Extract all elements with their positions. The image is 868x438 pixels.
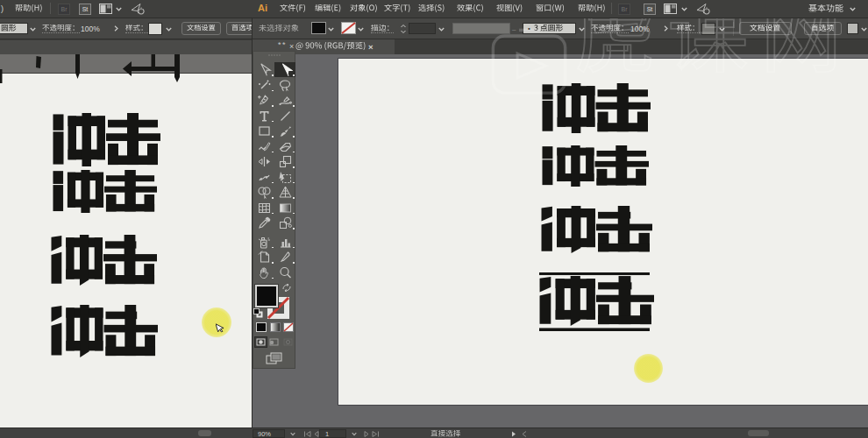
opacity-label[interactable]: 不透明度： (591, 25, 629, 34)
zoom-level-select[interactable]: 90% (253, 429, 285, 438)
free-transform-tool[interactable]: 自由变换工具 (274, 170, 295, 185)
perspective-grid-tool[interactable]: 透视网格工具 (274, 185, 295, 200)
bridge-icon[interactable]: Br (58, 4, 70, 15)
first-artboard-icon[interactable] (303, 431, 311, 437)
menu-item-window-fragment[interactable]: ) (1, 4, 4, 13)
illustrator-logo[interactable]: Ai (258, 3, 267, 13)
workspace-layout-icon[interactable] (664, 4, 677, 14)
shaper-tool[interactable]: Shaper 工具 (253, 139, 274, 154)
line-segment-tool[interactable]: 直线段工具 (274, 109, 295, 124)
bridge-icon[interactable]: Br (618, 4, 630, 15)
magic-wand-tool[interactable]: 魔棒工具 (253, 78, 274, 93)
partial-artwork-text[interactable] (0, 54, 252, 89)
workspace-layout-icon[interactable] (99, 4, 112, 14)
tab-close-icon[interactable]: × (368, 42, 374, 52)
fill-color-swatch[interactable] (311, 22, 326, 34)
none-mode-button[interactable] (283, 322, 294, 332)
column-graph-tool[interactable]: 柱形图工具 (274, 235, 295, 250)
next-artboard-icon[interactable] (364, 431, 369, 437)
chevron-down-icon[interactable] (861, 27, 867, 32)
draw-inside-mode-button[interactable] (281, 336, 295, 348)
width-tool[interactable]: 宽度工具 (253, 154, 274, 169)
artwork-text-1[interactable] (53, 113, 160, 166)
gradient-mode-button[interactable] (270, 322, 281, 332)
workspace-switcher[interactable]: 基本功能 (808, 4, 843, 13)
selection-tool[interactable]: 选择工具 (253, 62, 274, 77)
mesh-tool[interactable]: 网格工具 (253, 201, 274, 215)
artwork-text-3[interactable] (51, 235, 157, 286)
menu-item-object[interactable]: 对象(O) (350, 4, 378, 12)
draw-normal-mode-button[interactable] (254, 336, 267, 348)
sync-share-icon[interactable] (131, 3, 145, 15)
tab-close-icon[interactable]: × (289, 42, 294, 51)
left-document-canvas[interactable]: 冲击 冲击 冲击 冲击 冲击 (0, 54, 252, 427)
chevron-down-icon[interactable] (166, 27, 172, 32)
artwork-text-4[interactable] (51, 305, 158, 357)
chevron-down-icon[interactable] (681, 7, 687, 11)
artboard-tool[interactable]: 画板工具 (253, 250, 274, 265)
artwork-text-2[interactable] (53, 170, 157, 213)
chevron-down-icon[interactable] (850, 7, 856, 11)
extra-swatch[interactable] (847, 23, 858, 34)
panel-grip[interactable] (268, 54, 281, 56)
stroke-label[interactable]: 描边： (371, 25, 394, 34)
tab-title[interactable]: @ 90% (RGB/预览) (295, 42, 366, 50)
pen-tool[interactable]: 钢笔工具 (253, 93, 274, 108)
paintbrush-tool[interactable]: 画笔工具 (274, 124, 295, 138)
eraser-tool[interactable]: 橡皮擦工具 (274, 139, 295, 154)
artwork-text-3[interactable] (541, 206, 652, 253)
stroke-color-swatch[interactable] (341, 22, 356, 34)
blend-tool[interactable]: 混合工具 (274, 215, 295, 230)
stroke-weight-input[interactable] (409, 23, 436, 34)
horizontal-scrollbar-thumb[interactable] (198, 430, 211, 436)
document-setup-button[interactable]: 文档设置 (739, 22, 792, 35)
menu-item-window[interactable]: 窗口(W) (536, 4, 565, 12)
menu-item-type[interactable]: 文字(T) (384, 4, 410, 12)
fill-swatch[interactable] (255, 285, 278, 307)
document-setup-button[interactable]: 文档设置 (181, 22, 221, 35)
shape-builder-tool[interactable]: 形状生成器工具 (253, 185, 274, 200)
direct-selection-tool[interactable]: 直接选择工具 (274, 62, 295, 77)
chevron-down-icon[interactable] (352, 432, 357, 436)
chevron-down-icon[interactable] (328, 27, 334, 32)
hand-tool[interactable]: 抓手工具 (253, 265, 274, 280)
stock-icon[interactable]: St (79, 4, 91, 15)
style-label[interactable]: 样式： (677, 25, 700, 34)
chevron-down-icon[interactable] (579, 27, 585, 32)
symbol-sprayer-tool[interactable]: 符号喷枪工具 (253, 235, 274, 250)
curvature-tool[interactable]: 曲率工具 (274, 93, 295, 108)
type-tool[interactable]: 文字工具 (253, 109, 274, 124)
brush-definition-select[interactable]: 圆形 (0, 23, 28, 34)
color-mode-button[interactable] (256, 322, 267, 332)
menu-item-help-left[interactable]: 帮助(H) (15, 4, 43, 12)
artwork-text-1[interactable] (542, 83, 651, 133)
sync-share-icon[interactable] (696, 3, 710, 15)
chevron-down-icon[interactable] (438, 27, 445, 32)
zoom-tool[interactable]: 缩放工具 (274, 265, 295, 280)
opacity-value[interactable]: 100% (81, 25, 100, 33)
artwork-text-2[interactable] (542, 145, 649, 187)
artwork-text-4[interactable] (539, 272, 654, 331)
menu-item-file[interactable]: 文件(F) (280, 4, 306, 12)
style-swatch[interactable] (701, 23, 715, 35)
artboard-nav-input[interactable]: 1 (319, 429, 346, 438)
menu-item-select[interactable]: 选择(S) (418, 4, 445, 12)
swap-fill-stroke-icon[interactable] (282, 284, 291, 292)
right-document-canvas[interactable]: 冲击 冲击 冲击 冲击 (252, 54, 868, 427)
menu-item-edit[interactable]: 编辑(E) (315, 4, 341, 12)
chevron-down-icon[interactable] (290, 432, 295, 436)
last-artboard-icon[interactable] (372, 431, 380, 437)
screen-mode-button[interactable] (266, 352, 282, 364)
menu-item-view[interactable]: 视图(V) (496, 4, 523, 12)
draw-behind-mode-button[interactable] (267, 336, 281, 348)
horizontal-scrollbar-thumb-right[interactable] (748, 430, 769, 436)
chevron-down-icon[interactable] (116, 7, 122, 11)
rectangle-tool[interactable]: 矩形工具 (253, 124, 274, 138)
stock-icon[interactable]: St (644, 4, 656, 15)
menu-item-help[interactable]: 帮助(H) (578, 4, 606, 12)
status-collapse-icon[interactable] (522, 431, 527, 437)
eyedropper-tool[interactable]: 吸管工具 (253, 215, 274, 230)
status-expand-icon[interactable] (511, 431, 516, 437)
style-swatch[interactable] (148, 23, 162, 35)
brush-definition-select[interactable]: •3 点圆形 (523, 23, 576, 34)
